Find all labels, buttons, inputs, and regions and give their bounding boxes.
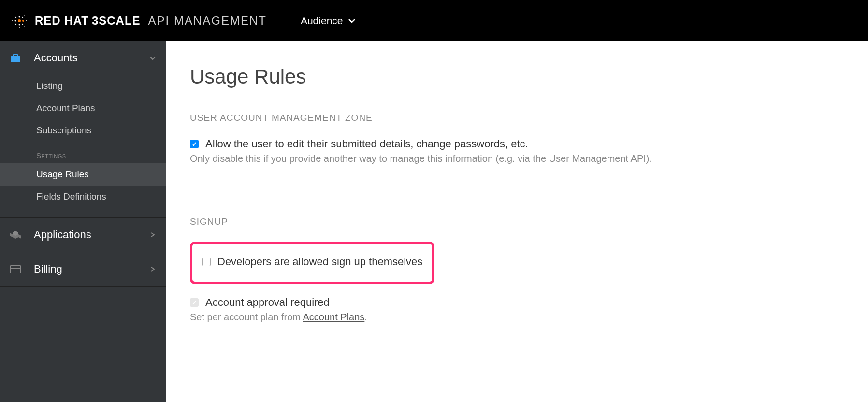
svg-point-5 (22, 16, 23, 17)
svg-point-0 (18, 19, 21, 22)
sidebar-item-listing[interactable]: Listing (0, 75, 166, 97)
field-help-text: Set per account plan from Account Plans. (190, 312, 844, 323)
svg-point-4 (19, 24, 20, 25)
sidebar-accounts-label: Accounts (34, 52, 149, 64)
sidebar-section-billing: Billing (0, 252, 166, 287)
svg-point-12 (19, 27, 20, 28)
sidebar-item-label: Fields Definitions (36, 191, 106, 201)
checkbox-allow-user-edit[interactable] (190, 140, 199, 148)
svg-point-9 (12, 20, 13, 21)
sidebar-item-label: Usage Rules (36, 169, 89, 179)
sidebar-item-label: Account Plans (36, 103, 95, 113)
svg-rect-21 (10, 268, 21, 269)
credit-card-icon (10, 264, 21, 274)
svg-rect-18 (14, 54, 17, 57)
sidebar: Accounts Listing Account Plans Subscript… (0, 41, 166, 402)
svg-point-10 (26, 20, 27, 21)
sidebar-header-applications[interactable]: Applications (0, 218, 166, 252)
brand-api-management: API MANAGEMENT (148, 14, 267, 28)
svg-rect-19 (11, 58, 20, 58)
checkbox-account-approval[interactable] (190, 298, 199, 307)
checkbox-developers-signup[interactable] (202, 258, 211, 266)
highlight-box-signup: Developers are allowed sign up themselve… (190, 242, 434, 284)
chevron-down-icon (348, 18, 356, 24)
section-header-divider (238, 222, 844, 222)
sidebar-header-accounts[interactable]: Accounts (0, 41, 166, 75)
briefcase-icon (10, 53, 21, 63)
context-selector-label: Audience (301, 15, 343, 27)
svg-point-11 (19, 14, 20, 14)
sidebar-section-accounts: Accounts Listing Account Plans Subscript… (0, 41, 166, 218)
svg-point-8 (15, 23, 16, 24)
brand-redhat: RED HAT (35, 14, 89, 28)
page-title: Usage Rules (190, 65, 844, 88)
svg-rect-20 (10, 266, 21, 273)
field-allow-user-edit: Allow the user to edit their submitted d… (190, 138, 844, 164)
brand-text: RED HAT 3SCALE API MANAGEMENT (35, 14, 267, 28)
field-account-approval: Account approval required Set per accoun… (190, 296, 844, 323)
help-prefix: Set per account plan from (190, 312, 303, 322)
sidebar-item-fields-definitions[interactable]: Fields Definitions (0, 186, 166, 208)
svg-point-14 (14, 15, 14, 16)
sidebar-item-account-plans[interactable]: Account Plans (0, 97, 166, 119)
sidebar-subheader-settings: Settings (0, 142, 166, 163)
checkbox-label: Account approval required (205, 296, 330, 309)
sidebar-item-label: Subscriptions (36, 125, 91, 135)
svg-point-7 (22, 23, 23, 24)
svg-point-6 (15, 16, 16, 17)
context-selector[interactable]: Audience (301, 15, 356, 27)
sidebar-header-billing[interactable]: Billing (0, 252, 166, 286)
field-help-text: Only disable this if you provide another… (190, 153, 844, 164)
chevron-right-icon (149, 267, 156, 272)
brand-logo: RED HAT 3SCALE API MANAGEMENT (10, 11, 267, 30)
svg-point-3 (19, 16, 20, 17)
sidebar-billing-label: Billing (34, 263, 149, 275)
svg-point-15 (24, 26, 25, 27)
svg-point-13 (24, 15, 25, 16)
sidebar-item-label: Listing (36, 81, 63, 91)
cubes-icon (10, 230, 21, 240)
checkbox-label: Allow the user to edit their submitted d… (205, 138, 528, 150)
account-plans-link[interactable]: Account Plans (303, 312, 364, 322)
section-header-text: SIGNUP (190, 216, 228, 227)
svg-point-16 (14, 26, 14, 27)
sidebar-section-applications: Applications (0, 218, 166, 252)
sidebar-item-subscriptions[interactable]: Subscriptions (0, 119, 166, 142)
main-content: Usage Rules USER ACCOUNT MANAGEMENT ZONE… (166, 41, 868, 402)
topbar: RED HAT 3SCALE API MANAGEMENT Audience (0, 0, 868, 41)
svg-point-1 (22, 20, 24, 22)
section-header-text: USER ACCOUNT MANAGEMENT ZONE (190, 113, 373, 123)
section-header-divider (382, 118, 844, 118)
help-suffix: . (364, 312, 367, 322)
svg-point-2 (15, 20, 16, 21)
3scale-logo-icon (10, 11, 29, 30)
chevron-down-icon (149, 56, 156, 60)
section-header-user-account-zone: USER ACCOUNT MANAGEMENT ZONE (190, 113, 844, 123)
checkbox-label: Developers are allowed sign up themselve… (217, 256, 422, 268)
chevron-right-icon (149, 232, 156, 237)
section-header-signup: SIGNUP (190, 216, 844, 227)
sidebar-applications-label: Applications (34, 229, 149, 241)
sidebar-item-usage-rules[interactable]: Usage Rules (0, 163, 166, 186)
brand-3scale: 3SCALE (92, 14, 141, 28)
